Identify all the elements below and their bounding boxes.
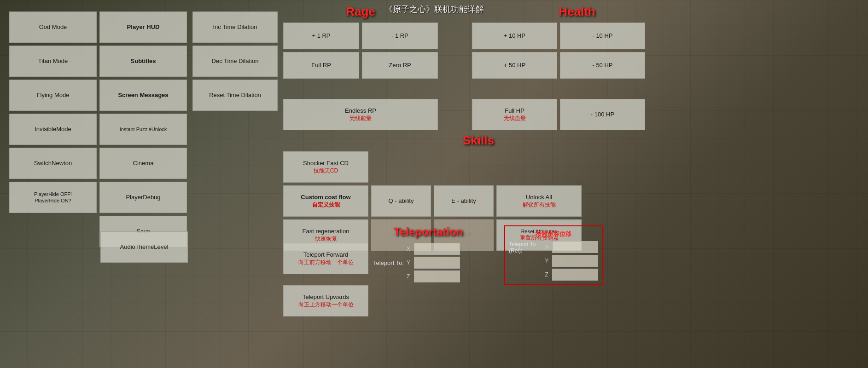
fullhp-button[interactable]: Full HP 无线血量 xyxy=(472,99,557,130)
player-debug-button[interactable]: PlayerDebug xyxy=(99,182,187,213)
custom-cost-button[interactable]: Custom cost flow 自定义技能 xyxy=(283,185,368,217)
dec-time-button[interactable]: Dec Time Dilation xyxy=(192,46,278,77)
health-grid: + 10 HP - 10 HP + 50 HP - 50 HP xyxy=(472,23,645,79)
switch-newton-button[interactable]: SwitchNewton xyxy=(9,148,97,179)
teleport-to-group: Teleport To: X Y Z xyxy=(373,243,460,282)
player-hud-button[interactable]: Player HUD xyxy=(99,12,187,43)
audio-theme-button[interactable]: AudioThemeLevel xyxy=(100,231,188,263)
teleport-section: Teleportation Teleport Forward 向正前方移动一个单… xyxy=(283,225,463,316)
q-ability-button[interactable]: Q - ability xyxy=(371,185,431,217)
health-title: Health xyxy=(509,5,645,19)
teleport-z-input[interactable] xyxy=(414,270,460,282)
cinema-button[interactable]: Cinema xyxy=(99,148,187,179)
plus1rp-button[interactable]: + 1 RP xyxy=(283,23,359,49)
shocker-fast-button[interactable]: Shocker Fast CD 技能无CD xyxy=(283,151,368,183)
subtitles-button[interactable]: Subtitles xyxy=(99,46,187,77)
rage-section: Rage + 1 RP - 1 RP Full RP Zero RP xyxy=(283,5,438,79)
instant-puzzle-button[interactable]: Instant PuzzleUnlock xyxy=(99,114,187,145)
teleport-rel-x-input[interactable] xyxy=(552,241,598,253)
teleport-y-input[interactable] xyxy=(414,257,460,269)
fullrp-button[interactable]: Full RP xyxy=(283,52,359,79)
skills-title: Skills xyxy=(375,133,582,148)
teleport-to-rel-left: Teleport To (Rel): xyxy=(509,241,536,281)
screen-messages-button[interactable]: Screen Messages xyxy=(99,80,187,111)
plus50hp-button[interactable]: + 50 HP xyxy=(472,52,557,79)
left-panel: God Mode Player HUD Titan Mode Subtitles… xyxy=(9,12,187,247)
plus10hp-button[interactable]: + 10 HP xyxy=(472,23,557,49)
inc-time-button[interactable]: Inc Time Dilation xyxy=(192,12,278,43)
teleport-to-label: Teleport To: xyxy=(373,259,404,266)
teleport-x-input[interactable] xyxy=(414,243,460,255)
god-mode-button[interactable]: God Mode xyxy=(9,12,97,43)
minus10hp-button[interactable]: - 10 HP xyxy=(560,23,645,49)
teleport-upwards-button[interactable]: Teleport Upwards 向正上方移动一个单位 xyxy=(283,285,368,316)
teleport-rel-title: 按照坐标位移 xyxy=(509,230,598,238)
health-extra: Full HP 无线血量 - 100 HP xyxy=(472,99,645,130)
minus100hp-button[interactable]: - 100 HP xyxy=(560,99,645,130)
teleport-coords-abs: X Y Z xyxy=(407,243,460,282)
minus50hp-button[interactable]: - 50 HP xyxy=(560,52,645,79)
teleport-coords-rel: X Y Z xyxy=(545,241,598,281)
endless-rp-button[interactable]: Endless RP 无线能量 xyxy=(283,99,438,130)
time-dilation-panel: Inc Time Dilation Dec Time Dilation Rese… xyxy=(192,12,278,111)
e-ability-button[interactable]: E - ability xyxy=(434,185,494,217)
teleport-rel-body: Teleport To (Rel): X Y Z xyxy=(509,241,598,281)
teleport-rel-section: 按照坐标位移 Teleport To (Rel): X Y Z xyxy=(504,225,603,285)
invisible-mode-button[interactable]: InvisibleMode xyxy=(9,114,97,145)
teleport-rel-y-input[interactable] xyxy=(552,255,598,267)
reset-time-button[interactable]: Reset Time Dilation xyxy=(192,80,278,111)
player-hide-button[interactable]: PlayerHide OFF! PlayerHide ON? xyxy=(9,182,97,213)
zerop-button[interactable]: Zero RP xyxy=(362,52,438,79)
teleport-to-rel-label: Teleport To (Rel): xyxy=(509,241,536,254)
teleport-title: Teleportation xyxy=(394,225,463,238)
rage-extra: Endless RP 无线能量 xyxy=(283,99,438,130)
rage-title: Rage xyxy=(283,5,438,19)
minus1rp-button[interactable]: - 1 RP xyxy=(362,23,438,49)
unlock-all-button[interactable]: Unlock All 解锁所有技能 xyxy=(496,185,582,217)
health-section: Health + 10 HP - 10 HP + 50 HP - 50 HP xyxy=(472,5,645,79)
teleport-forward-button[interactable]: Teleport Forward 向正前方移动一个单位 xyxy=(283,243,368,274)
titan-mode-button[interactable]: Titan Mode xyxy=(9,46,97,77)
flying-mode-button[interactable]: Flying Mode xyxy=(9,80,97,111)
teleport-rel-z-input[interactable] xyxy=(552,269,598,281)
rage-grid: + 1 RP - 1 RP Full RP Zero RP xyxy=(283,23,438,79)
